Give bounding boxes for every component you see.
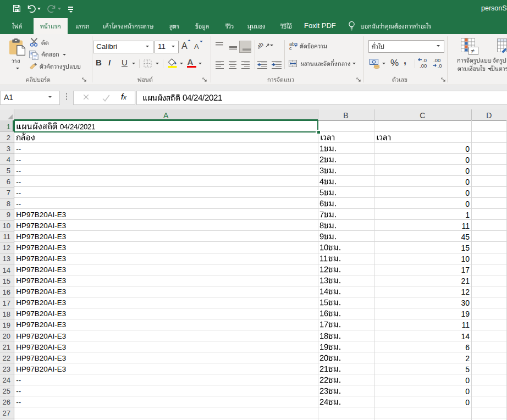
svg-text:.0: .0 [438,63,442,68]
svg-text:≠: ≠ [471,47,475,55]
svg-text:c: c [289,46,292,50]
svg-text:.0: .0 [422,57,427,63]
svg-text:.00: .00 [420,63,427,68]
svg-text:ab: ab [258,41,264,49]
svg-text:.00: .00 [433,57,440,63]
